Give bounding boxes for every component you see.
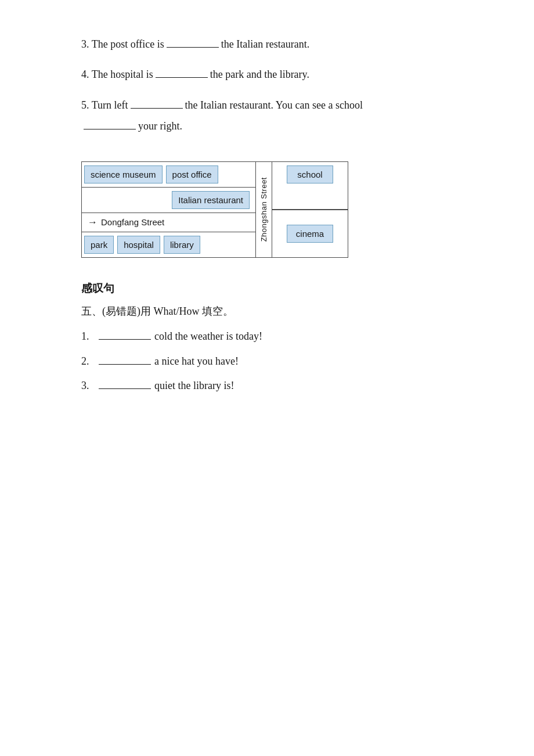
subsection-heading: 五、(易错题)用 What/How 填空。: [81, 304, 453, 318]
sentence-4-suffix: the park and the library.: [210, 65, 309, 84]
cinema-area: cinema: [272, 225, 348, 243]
sentence-5-suffix: the Italian restaurant. You can see a sc…: [185, 96, 363, 114]
right-buildings: school cinema: [272, 162, 348, 257]
exc-item-1: 1. cold the weather is today!: [81, 327, 453, 343]
sentence-5-continuation: your right.: [138, 117, 182, 135]
map-left: science museum post office Italian resta…: [82, 162, 256, 257]
sentence-5-prefix: 5. Turn left: [81, 96, 128, 114]
library-cell: library: [164, 236, 200, 254]
sentence-3-blank[interactable]: [167, 35, 219, 48]
map-top-cells: science museum post office: [82, 162, 255, 188]
exc-num-1: 1.: [81, 330, 95, 343]
exc-num-3: 3.: [81, 380, 95, 392]
exc-text-2: a nice hat you have!: [154, 355, 239, 368]
science-museum-cell: science museum: [84, 165, 163, 183]
map-right: Zhongshan Street school cinema: [256, 162, 348, 257]
italian-restaurant-row: Italian restaurant: [82, 188, 255, 213]
exc-text-3: quiet the library is!: [154, 380, 234, 392]
school-cell: school: [287, 165, 333, 183]
hospital-cell: hospital: [117, 236, 160, 254]
dongfang-street: → Dongfang Street: [82, 213, 255, 232]
school-area: school: [272, 162, 348, 209]
italian-restaurant-cell: Italian restaurant: [172, 191, 250, 209]
cinema-cell: cinema: [287, 225, 333, 243]
zhongshan-street-label: Zhongshan Street: [259, 177, 268, 242]
sentence-5-blank[interactable]: [131, 96, 183, 109]
post-office-cell: post office: [166, 165, 218, 183]
sentence-5: 5. Turn left the Italian restaurant. You…: [81, 96, 453, 136]
section-heading: 感叹句: [81, 281, 453, 296]
sentence-3-suffix: the Italian restaurant.: [221, 35, 309, 53]
exc-num-2: 2.: [81, 355, 95, 368]
exc-blank-1[interactable]: [99, 327, 151, 340]
sentence-3: 3. The post office is the Italian restau…: [81, 35, 453, 53]
map-diagram: science museum post office Italian resta…: [81, 161, 348, 258]
map-bottom-cells: park hospital library: [82, 232, 255, 257]
exc-blank-3[interactable]: [99, 377, 151, 390]
sentence-5-blank2[interactable]: [84, 117, 136, 130]
exclamation-exercises: 1. cold the weather is today! 2. a nice …: [81, 327, 453, 393]
zhongshan-street: Zhongshan Street: [256, 162, 272, 257]
right-bot-area: cinema: [272, 210, 348, 257]
sentence-4-blank[interactable]: [156, 66, 208, 78]
exc-text-1: cold the weather is today!: [154, 330, 262, 343]
park-cell: park: [84, 236, 114, 254]
sentence-3-prefix: 3. The post office is: [81, 35, 164, 53]
sentence-4-prefix: 4. The hospital is: [81, 65, 153, 84]
arrow-icon: →: [88, 217, 98, 228]
exc-blank-2[interactable]: [99, 352, 151, 365]
dongfang-street-label: Dongfang Street: [101, 217, 164, 227]
sentence-4: 4. The hospital is the park and the libr…: [81, 65, 453, 84]
right-top-area: school: [272, 162, 348, 210]
exc-item-2: 2. a nice hat you have!: [81, 352, 453, 368]
exc-item-3: 3. quiet the library is!: [81, 377, 453, 393]
